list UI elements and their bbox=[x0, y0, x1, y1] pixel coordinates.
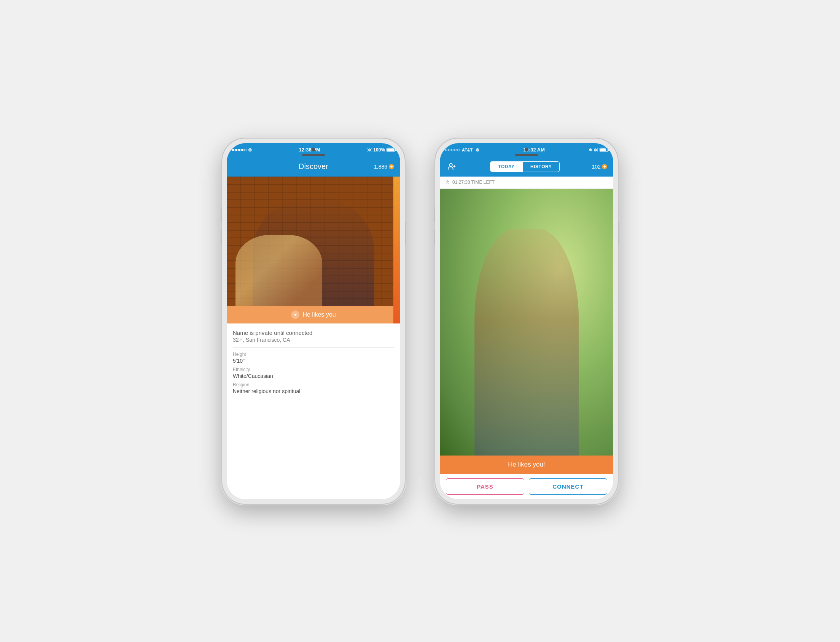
phone-speaker-2 bbox=[515, 154, 538, 156]
nature-background bbox=[440, 189, 613, 456]
like-banner-1: ♥ He likes you bbox=[227, 306, 400, 323]
signal-strength-2 bbox=[445, 149, 460, 151]
profile-card-2[interactable] bbox=[440, 189, 613, 456]
signal-strength bbox=[232, 149, 246, 151]
pass-button[interactable]: PASS bbox=[446, 478, 524, 495]
height-value: 5'10" bbox=[233, 358, 394, 364]
coin-icon-2: ◆ bbox=[602, 164, 607, 169]
like-text-1: He likes you bbox=[303, 311, 335, 318]
phone-top-decoration bbox=[302, 148, 325, 156]
power-button-2 bbox=[618, 222, 619, 245]
add-person-button[interactable] bbox=[446, 160, 458, 173]
volume-up-button bbox=[221, 207, 222, 222]
profile-name-privacy: Name is private until connected bbox=[233, 329, 394, 336]
tab-today[interactable]: TODAY bbox=[490, 162, 522, 172]
tab-history[interactable]: HISTORY bbox=[523, 162, 559, 172]
religion-label: Religion bbox=[233, 382, 394, 387]
status-left-1: ⊜ bbox=[232, 147, 252, 152]
carrier-name: AT&T bbox=[462, 148, 473, 152]
nav-right-1: 1,886 ◆ bbox=[374, 164, 394, 170]
bluetooth-icon-1: ⯵ bbox=[367, 147, 372, 152]
phone-camera bbox=[312, 148, 316, 151]
ethnicity-value: White/Caucasian bbox=[233, 373, 394, 379]
signal-dot-2-1 bbox=[445, 149, 447, 151]
time-left-text: 01:27:38 TIME LEFT bbox=[452, 180, 495, 185]
nav-bar-1: Discover 1,886 ◆ bbox=[227, 157, 400, 177]
brick-background bbox=[227, 177, 400, 306]
power-button bbox=[405, 222, 406, 245]
profile-details-1: Name is private until connected 32♂, San… bbox=[227, 323, 400, 499]
height-label: Height bbox=[233, 352, 394, 357]
wifi-icon-2: ⊜ bbox=[476, 147, 479, 152]
app-content-1: ♥ He likes you Name is private until con… bbox=[227, 177, 400, 499]
phone-1: ⊜ 12:36 PM ⯵ 100% Discover 1,886 ◆ bbox=[222, 138, 405, 504]
signal-dot-4 bbox=[241, 149, 243, 151]
phone-camera-2 bbox=[524, 148, 528, 151]
phone-top-decoration-2 bbox=[515, 148, 538, 156]
signal-dot-2 bbox=[235, 149, 237, 151]
bluetooth-icon-2: ⯵ bbox=[594, 147, 598, 152]
ethnicity-label: Ethnicity bbox=[233, 367, 394, 372]
volume-down-button-2 bbox=[434, 230, 435, 245]
profile-age-location: 32♂, San Francisco, CA bbox=[233, 337, 394, 343]
svg-point-0 bbox=[450, 163, 452, 166]
discover-count: 1,886 bbox=[374, 164, 387, 170]
card-side-stripe bbox=[393, 177, 400, 323]
signal-dot-2-3 bbox=[451, 149, 453, 151]
connect-button[interactable]: CONNECT bbox=[529, 478, 607, 495]
battery-percent-1: 100% bbox=[373, 147, 385, 152]
segmented-control: TODAY HISTORY bbox=[490, 161, 560, 172]
volume-up-button-2 bbox=[434, 207, 435, 222]
battery-fill-1 bbox=[387, 148, 394, 151]
signal-dot-3 bbox=[238, 149, 240, 151]
nav-bar-2: TODAY HISTORY 102 ◆ bbox=[440, 157, 613, 177]
profile-card-1[interactable]: ♥ He likes you bbox=[227, 177, 400, 323]
coin-icon-1: ◆ bbox=[389, 164, 394, 169]
clock-icon: ⏱ bbox=[445, 180, 450, 185]
status-right-1: ⯵ 100% bbox=[367, 147, 395, 152]
dog-silhouette bbox=[235, 235, 322, 306]
action-buttons: PASS CONNECT bbox=[440, 474, 613, 499]
battery-icon-1 bbox=[387, 148, 395, 152]
like-banner-2: He likes you! bbox=[440, 456, 613, 474]
app-content-2: ⏱ 01:27:38 TIME LEFT He likes you! PASS bbox=[440, 177, 613, 499]
time-left-bar: ⏱ 01:27:38 TIME LEFT bbox=[440, 177, 613, 189]
ethnicity-row: Ethnicity White/Caucasian bbox=[233, 367, 394, 379]
nav-count-2: 102 bbox=[592, 164, 601, 170]
phone-speaker bbox=[302, 154, 325, 156]
divider-1 bbox=[233, 347, 394, 348]
religion-value: Neither religious nor spiritual bbox=[233, 388, 394, 394]
nav-title-1: Discover bbox=[299, 162, 328, 171]
battery-fill-2 bbox=[600, 148, 606, 151]
phone-2: AT&T ⊜ 10:32 AM ⊕ ⯵ bbox=[435, 138, 618, 504]
profile-photo-1 bbox=[227, 177, 400, 306]
signal-dot-2-4 bbox=[454, 149, 456, 151]
signal-dot-1 bbox=[232, 149, 234, 151]
signal-dot-5 bbox=[244, 149, 246, 151]
profile-photo-2 bbox=[440, 189, 613, 456]
heart-icon-1: ♥ bbox=[291, 311, 299, 319]
nav-right-2: 102 ◆ bbox=[592, 164, 607, 170]
status-right-2: ⊕ ⯵ bbox=[589, 147, 608, 152]
like-text-2: He likes you! bbox=[508, 461, 545, 469]
wifi-icon-1: ⊜ bbox=[248, 147, 252, 152]
signal-dot-2-2 bbox=[448, 149, 450, 151]
location-icon: ⊕ bbox=[589, 148, 592, 152]
volume-down-button bbox=[221, 230, 222, 245]
signal-dot-2-5 bbox=[457, 149, 460, 151]
person-figure-2 bbox=[474, 229, 579, 456]
height-row: Height 5'10" bbox=[233, 352, 394, 364]
religion-row: Religion Neither religious nor spiritual bbox=[233, 382, 394, 394]
battery-icon-2 bbox=[600, 148, 608, 152]
status-left-2: AT&T ⊜ bbox=[445, 147, 479, 152]
